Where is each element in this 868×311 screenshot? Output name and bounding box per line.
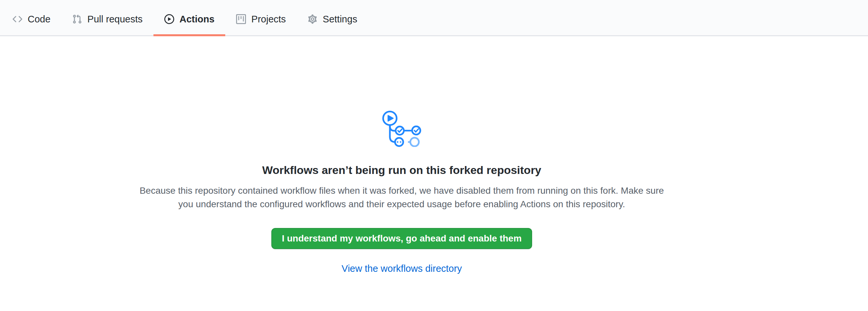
tab-label: Actions — [180, 14, 214, 24]
project-icon — [236, 14, 246, 24]
tab-label: Pull requests — [87, 14, 143, 24]
blankslate-description: Because this repository contained workfl… — [135, 184, 669, 211]
actions-blankslate: Workflows aren’t being run on this forke… — [0, 110, 803, 274]
play-icon — [164, 14, 174, 24]
tab-pull-requests[interactable]: Pull requests — [61, 0, 153, 36]
workflow-graph-icon — [0, 110, 803, 147]
tab-code[interactable]: Code — [2, 0, 61, 36]
tab-label: Projects — [251, 14, 286, 24]
gear-icon — [308, 14, 317, 24]
repo-tab-nav: Code Pull requests Actions Projects — [0, 0, 868, 36]
view-workflows-directory-link[interactable]: View the workflows directory — [341, 263, 462, 274]
git-pull-request-icon — [72, 14, 82, 24]
blankslate-heading: Workflows aren’t being run on this forke… — [0, 163, 803, 177]
tab-actions[interactable]: Actions — [153, 0, 225, 36]
tab-label: Code — [28, 14, 51, 24]
code-icon — [12, 14, 22, 24]
tab-projects[interactable]: Projects — [225, 0, 297, 36]
tab-settings[interactable]: Settings — [297, 0, 368, 36]
tab-label: Settings — [323, 14, 357, 24]
enable-workflows-button[interactable]: I understand my workflows, go ahead and … — [271, 228, 532, 249]
